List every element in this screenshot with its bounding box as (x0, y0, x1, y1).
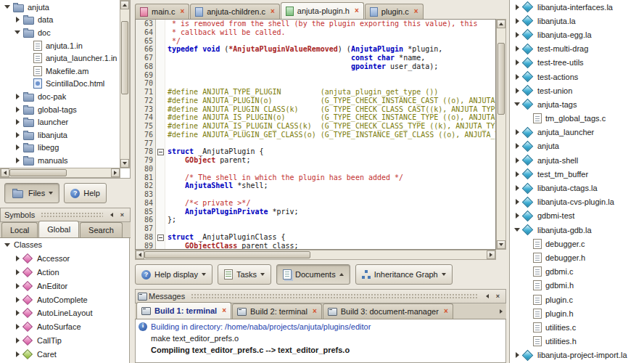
scroll-down-button[interactable] (120, 159, 129, 168)
symbols-tab-local[interactable]: Local (1, 222, 38, 237)
project-tree-item[interactable]: test-union (510, 83, 644, 97)
scroll-track[interactable] (497, 28, 505, 240)
project-tree-item[interactable]: plugin.c (510, 293, 644, 306)
close-tab-icon[interactable]: × (413, 8, 418, 15)
line-number[interactable]: 85 (136, 208, 156, 216)
line-number[interactable]: 88 (136, 233, 156, 242)
file-tree-item[interactable]: ScintillaDoc.html (0, 78, 120, 91)
message-line[interactable]: make text_editor_prefs.o (136, 333, 505, 344)
dock-drag-grip[interactable] (191, 293, 479, 299)
fold-collapse-icon[interactable] (156, 147, 165, 156)
code-line[interactable]: 67 const char *name, (136, 54, 495, 62)
close-tab-icon[interactable]: × (311, 308, 317, 315)
message-line[interactable]: Building in directory: /home/naba/projec… (136, 321, 505, 333)
project-tree-item[interactable]: libanjuta-interfaces.la (510, 0, 644, 14)
expander-open-icon[interactable] (3, 5, 12, 9)
project-tree-item[interactable]: gdbmi-test (510, 209, 644, 223)
code-line[interactable]: 69 (136, 71, 495, 80)
expander-closed-icon[interactable] (513, 88, 521, 94)
project-tree-item[interactable]: libanjuta-egg.la (510, 28, 644, 41)
tab-scroll-right-button[interactable] (495, 306, 506, 317)
messages-output[interactable]: Building in directory: /home/naba/projec… (135, 319, 506, 363)
code-line[interactable]: 74#define ANJUTA_IS_PLUGIN(o) (G_TYPE_CH… (136, 113, 495, 122)
scroll-left-button[interactable] (136, 250, 144, 259)
scroll-thumb[interactable] (144, 251, 310, 258)
file-tree-hscrollbar[interactable] (0, 168, 120, 178)
code-line[interactable]: 63 * is removed from the shell (by the p… (136, 20, 495, 28)
inheritance-graph-button[interactable]: Inheritance Graph (355, 264, 453, 285)
scroll-thumb[interactable] (121, 21, 128, 94)
help-display-button[interactable]: Help display (135, 264, 212, 285)
messages-tab[interactable]: Build 2: terminal× (232, 303, 322, 319)
project-tree-item[interactable]: libanjuta-ctags.la (510, 181, 644, 195)
symbols-tab-global[interactable]: Global (38, 221, 79, 237)
project-tree-item[interactable]: debugger.h (510, 250, 644, 264)
project-tree-item[interactable]: libanjuta-gdb.la (510, 223, 644, 237)
expander-closed-icon[interactable] (513, 46, 521, 52)
project-tree-item[interactable]: gdbmi.h (510, 279, 644, 293)
line-number[interactable]: 68 (136, 62, 156, 71)
line-number[interactable]: 69 (136, 71, 156, 80)
scroll-thumb[interactable] (498, 43, 505, 114)
line-number[interactable]: 70 (136, 79, 156, 88)
project-tree-item[interactable]: libanjuta-project-import.la (510, 348, 644, 362)
dock-close-button[interactable]: × (117, 210, 128, 221)
expander-closed-icon[interactable] (513, 74, 521, 80)
line-number[interactable]: 76 (136, 131, 156, 139)
line-number[interactable]: 87 (136, 224, 156, 233)
expander-closed-icon[interactable] (13, 132, 22, 138)
line-number[interactable]: 64 (136, 28, 156, 37)
expander-closed-icon[interactable] (513, 18, 521, 24)
line-number[interactable]: 78 (136, 147, 156, 156)
scroll-track[interactable] (120, 9, 129, 159)
code-line[interactable]: 86}; (136, 216, 495, 224)
messages-tab[interactable]: Build 1: terminal× (136, 302, 231, 319)
line-number[interactable]: 65 (136, 37, 156, 46)
file-tree-item[interactable]: global-tags (0, 103, 120, 116)
code-line[interactable]: 71#define ANJUTA_TYPE_PLUGIN (anjuta_plu… (136, 88, 495, 97)
symbols-tree-item[interactable]: AnEditor (0, 279, 129, 293)
symbols-tab-search[interactable]: Search (80, 222, 123, 237)
expander-closed-icon[interactable] (513, 60, 521, 65)
expander-closed-icon[interactable] (13, 94, 22, 99)
expander-closed-icon[interactable] (13, 256, 22, 261)
project-tree-item[interactable]: test-tree-utils (510, 56, 644, 70)
line-number[interactable]: 63 (136, 20, 156, 28)
expander-closed-icon[interactable] (13, 283, 22, 289)
expander-closed-icon[interactable] (13, 269, 22, 275)
file-tree-item[interactable]: libanjuta (0, 129, 120, 142)
expander-closed-icon[interactable] (513, 352, 521, 358)
project-tree-item[interactable]: debugger.c (510, 237, 644, 250)
file-tree-vscrollbar[interactable] (120, 0, 130, 168)
code-line[interactable]: 78struct _AnjutaPlugin { (136, 147, 495, 156)
scroll-up-button[interactable] (497, 20, 505, 28)
code-line[interactable]: 79 GObject parent; (136, 156, 495, 165)
expander-open-icon[interactable] (3, 243, 12, 247)
line-number[interactable]: 72 (136, 97, 156, 105)
code-line[interactable]: 88struct _AnjutaPluginClass { (136, 233, 495, 242)
code-line[interactable]: 72#define ANJUTA_PLUGIN(o) (G_TYPE_CHECK… (136, 97, 495, 105)
expander-closed-icon[interactable] (513, 199, 521, 205)
symbols-tree-item[interactable]: Caret (0, 347, 129, 361)
expander-closed-icon[interactable] (513, 129, 521, 135)
project-tree-item[interactable]: test-actions (510, 70, 644, 83)
scroll-down-button[interactable] (497, 240, 505, 249)
expander-open-icon[interactable] (513, 102, 521, 106)
files-dock-button[interactable]: Files (4, 183, 59, 203)
project-tree-item[interactable]: test-multi-drag (510, 42, 644, 56)
scroll-track[interactable] (9, 168, 111, 177)
line-number[interactable]: 66 (136, 45, 156, 54)
editor-tab[interactable]: plugin.c× (365, 4, 424, 19)
editor-hscrollbar[interactable] (135, 250, 496, 260)
line-number[interactable]: 80 (136, 165, 156, 174)
symbols-tree-item[interactable]: Classes (0, 238, 129, 252)
dock-iconify-button[interactable] (106, 210, 117, 221)
code-line[interactable]: 87 (136, 224, 495, 233)
dock-drag-grip[interactable] (41, 212, 103, 218)
line-number[interactable]: 84 (136, 199, 156, 208)
editor-tab[interactable]: anjuta-children.c× (190, 4, 280, 19)
line-number[interactable]: 81 (136, 174, 156, 182)
close-tab-icon[interactable]: × (442, 308, 448, 315)
line-number[interactable]: 73 (136, 105, 156, 114)
expander-closed-icon[interactable] (513, 158, 521, 163)
